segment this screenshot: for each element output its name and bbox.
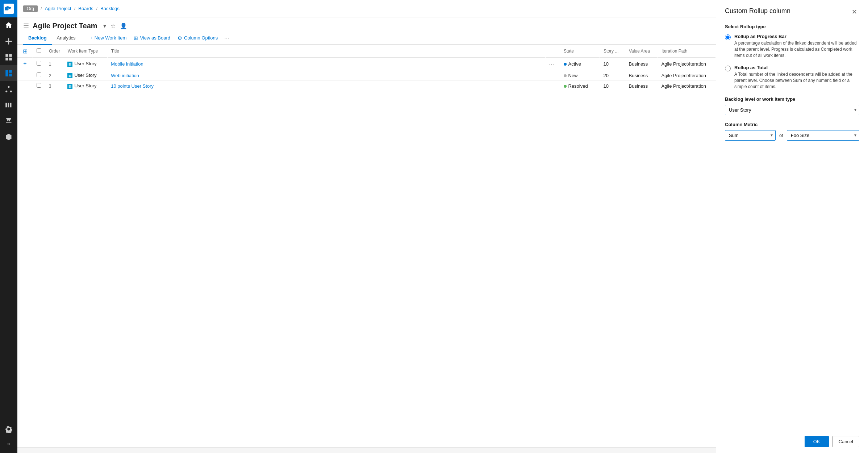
th-order: Order (45, 45, 64, 58)
state-dot (564, 85, 567, 88)
row-order: 2 (45, 70, 64, 81)
th-add: ⊞ (17, 45, 33, 58)
team-admin-btn[interactable]: 👤 (119, 22, 128, 30)
value-area: Business (625, 70, 658, 81)
table-row: 3▦User Story10 points User StoryResolved… (17, 81, 716, 91)
th-value-area: Value Area (625, 45, 658, 58)
work-item-type-label: User Story (74, 83, 96, 88)
tab-backlog[interactable]: Backlog (23, 33, 52, 45)
select-all-checkbox[interactable] (37, 48, 41, 53)
horizontal-scrollbar[interactable] (17, 447, 716, 453)
state-label: Active (568, 61, 581, 67)
more-options-btn[interactable]: ··· (221, 33, 232, 45)
th-iteration-path: Iteration Path (658, 45, 716, 58)
tab-analytics[interactable]: Analytics (52, 33, 81, 45)
backlog-table: ⊞ Order Work Item Type Title (17, 45, 716, 91)
state-label: Resolved (568, 83, 588, 89)
new-work-item-btn[interactable]: + New Work Item (87, 34, 130, 44)
backlog-level-select[interactable]: User Story Task Bug Feature Epic (725, 105, 859, 115)
nav-test[interactable] (0, 113, 17, 129)
svg-rect-0 (5, 54, 8, 57)
backlog-level-select-wrapper: User Story Task Bug Feature Epic ▾ (725, 105, 859, 115)
work-item-type-icon: ▦ (67, 62, 72, 67)
panel-header: Custom Rollup column ✕ (716, 0, 868, 17)
app-logo-area (0, 0, 17, 17)
iteration-path: Agile Project\Iteration (658, 58, 716, 70)
view-as-board-btn[interactable]: ⊞ View as Board (130, 34, 174, 45)
left-navigation: « (0, 0, 17, 453)
nav-dashboard[interactable] (0, 49, 17, 65)
story-points: 10 (600, 81, 625, 91)
row-order: 1 (45, 58, 64, 70)
metric-row: Sum Count Average ▾ of Foo Size Story Po… (725, 130, 859, 141)
work-item-type-icon: ▦ (67, 73, 72, 78)
table-row: +1▦User StoryMobile initiation···Active1… (17, 58, 716, 70)
main-content-area: Org / Agile Project / Boards / Backlogs … (17, 0, 716, 453)
nav-artifacts[interactable] (0, 129, 17, 145)
work-item-title[interactable]: Web initiation (111, 73, 139, 78)
radio-progress-bar-input[interactable] (725, 34, 731, 40)
column-options-btn[interactable]: ⚙ Column Options (174, 34, 221, 45)
panel-close-btn[interactable]: ✕ (850, 7, 859, 17)
nav-pipelines[interactable] (0, 97, 17, 113)
state-dot (564, 74, 567, 77)
of-label: of (779, 133, 783, 138)
nav-repos[interactable] (0, 81, 17, 97)
nav-home[interactable] (0, 17, 17, 33)
nav-settings[interactable] (0, 421, 17, 437)
row-add-btn[interactable]: + (21, 60, 29, 68)
panel-title: Custom Rollup column (725, 7, 790, 15)
nav-bottom-area: « (0, 421, 17, 453)
metric-select[interactable]: Sum Count Average (725, 130, 776, 141)
row-checkbox[interactable] (37, 83, 41, 88)
metric-size-select-wrapper: Foo Size Story Points Effort Size ▾ (787, 130, 859, 141)
work-item-type-icon: ▦ (67, 84, 72, 89)
th-story: Story ... (600, 45, 625, 58)
team-dropdown-btn[interactable]: ▾ (103, 22, 107, 30)
breadcrumb-boards[interactable]: Boards (78, 6, 93, 11)
th-title: Title (107, 45, 545, 58)
state-dot (564, 63, 567, 66)
svg-rect-2 (5, 58, 8, 61)
value-area: Business (625, 81, 658, 91)
right-panel: Custom Rollup column ✕ Select Rollup typ… (716, 0, 868, 453)
row-checkbox[interactable] (37, 61, 41, 66)
rollup-type-label: Select Rollup type (725, 24, 859, 29)
work-item-title[interactable]: Mobile initiation (111, 61, 143, 67)
nav-add[interactable] (0, 33, 17, 49)
work-item-type-label: User Story (74, 72, 96, 78)
nav-collapse-btn[interactable]: « (0, 437, 17, 450)
radio-progress-desc: A percentage calculation of the linked d… (734, 40, 859, 58)
favorite-btn[interactable]: ☆ (110, 22, 116, 30)
cancel-btn[interactable]: Cancel (832, 436, 859, 447)
row-order: 3 (45, 81, 64, 91)
breadcrumb-backlogs[interactable]: Backlogs (100, 6, 120, 11)
ok-btn[interactable]: OK (805, 436, 829, 447)
state-label: New (568, 73, 578, 78)
radio-progress-title: Rollup as Progress Bar (734, 34, 859, 39)
svg-rect-3 (9, 58, 12, 61)
size-select[interactable]: Foo Size Story Points Effort Size (787, 130, 859, 141)
add-level-btn[interactable]: ⊞ (21, 47, 29, 55)
work-item-title[interactable]: 10 points User Story (111, 83, 154, 89)
breadcrumb-project[interactable]: Agile Project (45, 6, 71, 11)
iteration-path: Agile Project\Iteration (658, 81, 716, 91)
row-more-actions[interactable]: ··· (549, 61, 555, 67)
row-checkbox[interactable] (37, 72, 41, 77)
radio-total-input[interactable] (725, 66, 731, 71)
iteration-path: Agile Project\Iteration (658, 70, 716, 81)
table-row: 2▦User StoryWeb initiationNew20BusinessA… (17, 70, 716, 81)
backlog-level-label: Backlog level or work item type (725, 96, 859, 102)
table-header-row: ⊞ Order Work Item Type Title (17, 45, 716, 58)
radio-total-title: Rollup as Total (734, 65, 859, 70)
value-area: Business (625, 58, 658, 70)
th-checkbox (33, 45, 45, 58)
th-work-item-type: Work Item Type (64, 45, 107, 58)
metric-sum-select-wrapper: Sum Count Average ▾ (725, 130, 776, 141)
svg-point-5 (5, 91, 7, 92)
toolbar: Backlog Analytics + New Work Item ⊞ View… (17, 30, 716, 45)
radio-total: Rollup as Total A Total number of the li… (725, 65, 859, 90)
nav-boards[interactable] (0, 65, 17, 81)
story-points: 10 (600, 58, 625, 70)
radio-total-desc: A Total number of the linked descendents… (734, 71, 859, 90)
